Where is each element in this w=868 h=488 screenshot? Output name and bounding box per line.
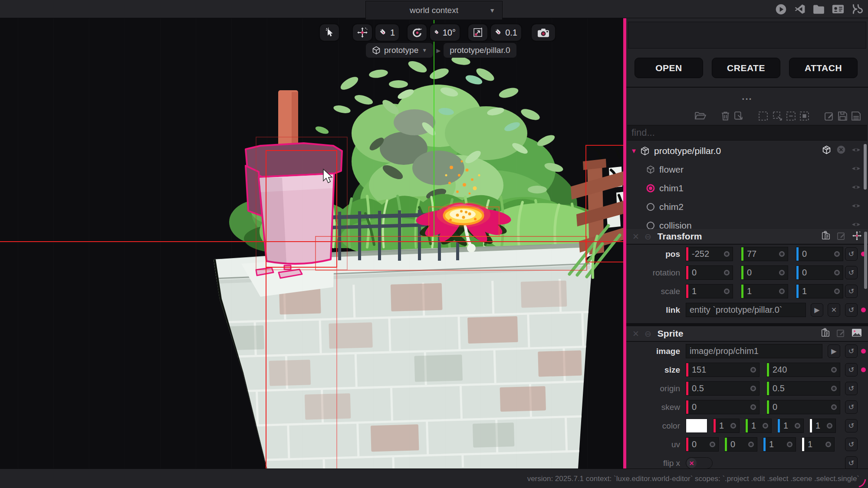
color-swatch[interactable] — [686, 419, 707, 433]
screenshot-button[interactable] — [531, 23, 556, 42]
components-scrollbar[interactable] — [864, 232, 867, 289]
scene-canvas[interactable] — [0, 18, 625, 468]
drag-knob[interactable] — [831, 367, 837, 373]
goto-link-icon[interactable]: ▶ — [811, 303, 823, 317]
select-group-icon[interactable] — [799, 111, 809, 121]
drag-knob[interactable] — [750, 404, 756, 410]
color-g-field[interactable]: 1 — [745, 419, 772, 433]
open-folder-icon[interactable] — [694, 111, 706, 121]
open-button[interactable]: OPEN — [635, 58, 703, 78]
skew-y-field[interactable]: 0 — [766, 400, 840, 414]
find-input[interactable] — [627, 125, 867, 140]
reset-icon[interactable]: ↺ — [845, 344, 858, 358]
snap-move-button[interactable]: 1 — [375, 23, 400, 42]
pos-y-field[interactable]: 77 — [741, 247, 788, 261]
collapse-component-icon[interactable]: ⊖ — [644, 329, 651, 339]
save-all-icon[interactable] — [851, 111, 861, 121]
breadcrumb-current[interactable]: prototype/pillar.0 — [444, 43, 516, 58]
rename-icon[interactable] — [824, 111, 834, 121]
size-y-field[interactable]: 240 — [766, 363, 840, 377]
drag-knob[interactable] — [748, 442, 754, 447]
pos-x-field[interactable]: -252 — [686, 247, 733, 261]
reset-icon[interactable]: ↺ — [845, 382, 858, 395]
rotation-y-field[interactable]: 0 — [741, 265, 788, 280]
snap-rotate-button[interactable]: 10° — [429, 23, 460, 42]
drag-knob[interactable] — [834, 251, 840, 257]
skew-x-field[interactable]: 0 — [686, 400, 760, 414]
drag-knob[interactable] — [831, 386, 837, 391]
drag-knob[interactable] — [730, 423, 736, 429]
breadcrumb-root[interactable]: prototype ▼ — [366, 43, 433, 58]
folder-icon[interactable] — [813, 4, 825, 14]
copy-component-icon[interactable] — [821, 328, 830, 339]
gizmo-icon[interactable] — [852, 231, 862, 242]
remove-component-icon[interactable]: ✕ — [632, 329, 639, 339]
reset-icon[interactable]: ↺ — [845, 266, 858, 279]
image-icon[interactable] — [852, 328, 862, 339]
remove-component-icon[interactable]: ✕ — [632, 232, 639, 242]
reset-icon[interactable]: ↺ — [845, 247, 858, 261]
save-icon[interactable] — [838, 111, 848, 121]
snap-scale-button[interactable]: 0.1 — [490, 23, 522, 42]
visibility-icon[interactable] — [851, 182, 861, 194]
drag-knob[interactable] — [825, 442, 831, 447]
edit-component-icon[interactable] — [837, 231, 846, 242]
flip-x-toggle[interactable]: ✕ — [686, 457, 713, 468]
context-selector[interactable]: world context ▼ — [365, 1, 503, 20]
visibility-icon[interactable] — [851, 164, 861, 176]
drag-knob[interactable] — [834, 270, 840, 275]
select-all-icon[interactable] — [786, 111, 796, 121]
reset-icon[interactable]: ↺ — [845, 438, 858, 451]
visibility-icon[interactable] — [851, 219, 861, 229]
rotation-x-field[interactable]: 0 — [686, 265, 733, 280]
color-a-field[interactable]: 1 — [809, 419, 836, 433]
select-tool-button[interactable] — [319, 23, 340, 42]
tree-row-collision[interactable]: collision — [626, 216, 868, 229]
luxe-logo-icon[interactable] — [852, 3, 863, 15]
drag-knob[interactable] — [795, 423, 800, 429]
reset-icon[interactable]: ↺ — [845, 419, 858, 432]
tree-row-root[interactable]: ▼ prototype/pillar.0 — [626, 141, 868, 160]
clear-link-icon[interactable]: ✕ — [828, 303, 840, 317]
reset-icon[interactable]: ↺ — [845, 456, 858, 468]
reset-icon[interactable]: ↺ — [845, 285, 858, 298]
uv-z-field[interactable]: 1 — [763, 437, 796, 452]
vscode-icon[interactable] — [794, 3, 806, 15]
reset-icon[interactable]: ↺ — [845, 400, 858, 414]
pos-z-field[interactable]: 0 — [796, 247, 843, 261]
rotate-tool-button[interactable] — [407, 23, 427, 42]
image-field[interactable]: image/prop/chim1 — [686, 344, 822, 358]
color-b-field[interactable]: 1 — [777, 419, 804, 433]
reset-icon[interactable]: ↺ — [845, 363, 858, 377]
reset-icon[interactable]: ↺ — [845, 303, 858, 317]
visibility-icon[interactable] — [851, 201, 861, 213]
play-icon[interactable] — [775, 3, 787, 15]
size-x-field[interactable]: 151 — [686, 363, 760, 377]
drag-knob[interactable] — [750, 386, 756, 391]
collapse-component-icon[interactable]: ⊖ — [644, 232, 651, 242]
goto-image-icon[interactable]: ▶ — [828, 344, 840, 358]
tree-row-chim1[interactable]: chim1 — [626, 179, 868, 197]
uv-y-field[interactable]: 0 — [724, 437, 757, 452]
drag-knob[interactable] — [724, 251, 730, 257]
scale-z-field[interactable]: 1 — [796, 284, 843, 298]
color-r-field[interactable]: 1 — [713, 419, 740, 433]
drag-knob[interactable] — [724, 270, 730, 275]
attach-button[interactable]: ATTACH — [789, 58, 858, 78]
drag-knob[interactable] — [787, 442, 792, 447]
delete-icon[interactable] — [721, 111, 730, 121]
expander-icon[interactable]: ▼ — [631, 147, 637, 154]
scale-x-field[interactable]: 1 — [686, 284, 733, 298]
drag-knob[interactable] — [779, 288, 785, 294]
tree-scrollbar[interactable] — [864, 144, 867, 190]
drag-knob[interactable] — [831, 404, 837, 410]
prototype-cube-icon[interactable] — [822, 145, 831, 157]
rotation-z-field[interactable]: 0 — [796, 265, 843, 280]
unlink-icon[interactable] — [836, 145, 846, 157]
tree-row-chim2[interactable]: chim2 — [626, 197, 868, 216]
scale-y-field[interactable]: 1 — [741, 284, 788, 298]
visibility-icon[interactable] — [851, 145, 861, 157]
drag-knob[interactable] — [750, 367, 756, 373]
drag-knob[interactable] — [724, 288, 730, 294]
drag-knob[interactable] — [779, 270, 785, 275]
